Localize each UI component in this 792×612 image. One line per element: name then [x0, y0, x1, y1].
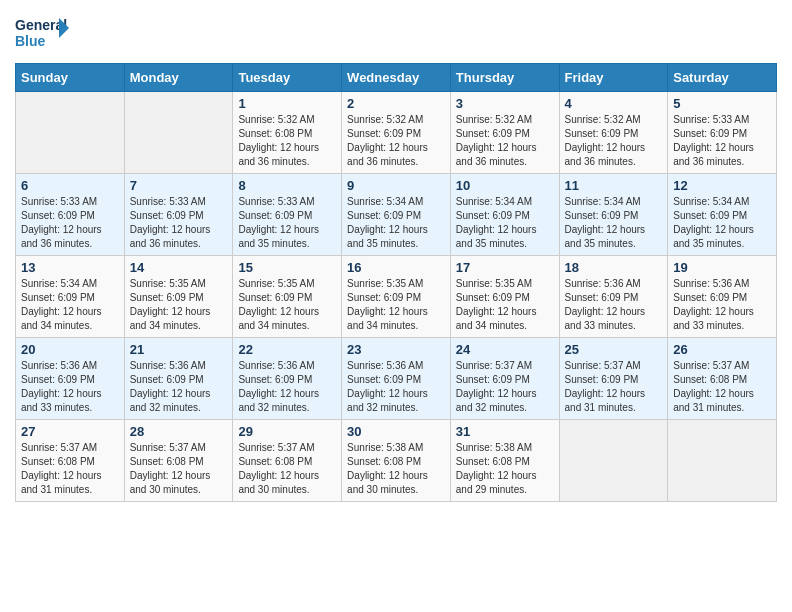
calendar-cell: 2Sunrise: 5:32 AM Sunset: 6:09 PM Daylig…	[342, 92, 451, 174]
svg-text:Blue: Blue	[15, 33, 46, 49]
day-info: Sunrise: 5:38 AM Sunset: 6:08 PM Dayligh…	[347, 441, 445, 497]
calendar-cell: 25Sunrise: 5:37 AM Sunset: 6:09 PM Dayli…	[559, 338, 668, 420]
day-number: 11	[565, 178, 663, 193]
day-info: Sunrise: 5:37 AM Sunset: 6:09 PM Dayligh…	[565, 359, 663, 415]
calendar-week-3: 13Sunrise: 5:34 AM Sunset: 6:09 PM Dayli…	[16, 256, 777, 338]
weekday-header-wednesday: Wednesday	[342, 64, 451, 92]
day-info: Sunrise: 5:33 AM Sunset: 6:09 PM Dayligh…	[21, 195, 119, 251]
day-number: 13	[21, 260, 119, 275]
calendar-cell: 24Sunrise: 5:37 AM Sunset: 6:09 PM Dayli…	[450, 338, 559, 420]
calendar-cell: 7Sunrise: 5:33 AM Sunset: 6:09 PM Daylig…	[124, 174, 233, 256]
calendar-cell: 27Sunrise: 5:37 AM Sunset: 6:08 PM Dayli…	[16, 420, 125, 502]
day-number: 6	[21, 178, 119, 193]
weekday-row: SundayMondayTuesdayWednesdayThursdayFrid…	[16, 64, 777, 92]
day-number: 31	[456, 424, 554, 439]
day-info: Sunrise: 5:37 AM Sunset: 6:08 PM Dayligh…	[130, 441, 228, 497]
calendar-cell: 8Sunrise: 5:33 AM Sunset: 6:09 PM Daylig…	[233, 174, 342, 256]
calendar-cell: 17Sunrise: 5:35 AM Sunset: 6:09 PM Dayli…	[450, 256, 559, 338]
day-number: 16	[347, 260, 445, 275]
day-info: Sunrise: 5:36 AM Sunset: 6:09 PM Dayligh…	[21, 359, 119, 415]
day-number: 26	[673, 342, 771, 357]
day-info: Sunrise: 5:36 AM Sunset: 6:09 PM Dayligh…	[673, 277, 771, 333]
calendar-cell: 20Sunrise: 5:36 AM Sunset: 6:09 PM Dayli…	[16, 338, 125, 420]
calendar-cell: 4Sunrise: 5:32 AM Sunset: 6:09 PM Daylig…	[559, 92, 668, 174]
day-info: Sunrise: 5:32 AM Sunset: 6:09 PM Dayligh…	[347, 113, 445, 169]
calendar-cell	[668, 420, 777, 502]
day-info: Sunrise: 5:35 AM Sunset: 6:09 PM Dayligh…	[347, 277, 445, 333]
logo-svg: General Blue	[15, 10, 70, 55]
day-info: Sunrise: 5:32 AM Sunset: 6:09 PM Dayligh…	[456, 113, 554, 169]
day-number: 3	[456, 96, 554, 111]
calendar-cell: 15Sunrise: 5:35 AM Sunset: 6:09 PM Dayli…	[233, 256, 342, 338]
day-number: 20	[21, 342, 119, 357]
day-info: Sunrise: 5:37 AM Sunset: 6:08 PM Dayligh…	[238, 441, 336, 497]
day-info: Sunrise: 5:37 AM Sunset: 6:08 PM Dayligh…	[673, 359, 771, 415]
day-info: Sunrise: 5:36 AM Sunset: 6:09 PM Dayligh…	[347, 359, 445, 415]
calendar-cell: 26Sunrise: 5:37 AM Sunset: 6:08 PM Dayli…	[668, 338, 777, 420]
weekday-header-tuesday: Tuesday	[233, 64, 342, 92]
day-info: Sunrise: 5:35 AM Sunset: 6:09 PM Dayligh…	[238, 277, 336, 333]
calendar-cell: 1Sunrise: 5:32 AM Sunset: 6:08 PM Daylig…	[233, 92, 342, 174]
day-info: Sunrise: 5:32 AM Sunset: 6:09 PM Dayligh…	[565, 113, 663, 169]
day-info: Sunrise: 5:34 AM Sunset: 6:09 PM Dayligh…	[565, 195, 663, 251]
calendar-cell	[124, 92, 233, 174]
day-number: 19	[673, 260, 771, 275]
calendar-cell	[559, 420, 668, 502]
day-info: Sunrise: 5:34 AM Sunset: 6:09 PM Dayligh…	[456, 195, 554, 251]
calendar-cell	[16, 92, 125, 174]
calendar-cell: 30Sunrise: 5:38 AM Sunset: 6:08 PM Dayli…	[342, 420, 451, 502]
weekday-header-thursday: Thursday	[450, 64, 559, 92]
day-info: Sunrise: 5:37 AM Sunset: 6:08 PM Dayligh…	[21, 441, 119, 497]
day-number: 4	[565, 96, 663, 111]
day-number: 7	[130, 178, 228, 193]
weekday-header-sunday: Sunday	[16, 64, 125, 92]
day-number: 23	[347, 342, 445, 357]
calendar-cell: 13Sunrise: 5:34 AM Sunset: 6:09 PM Dayli…	[16, 256, 125, 338]
day-info: Sunrise: 5:35 AM Sunset: 6:09 PM Dayligh…	[130, 277, 228, 333]
calendar-cell: 5Sunrise: 5:33 AM Sunset: 6:09 PM Daylig…	[668, 92, 777, 174]
calendar-cell: 11Sunrise: 5:34 AM Sunset: 6:09 PM Dayli…	[559, 174, 668, 256]
day-number: 29	[238, 424, 336, 439]
calendar-cell: 23Sunrise: 5:36 AM Sunset: 6:09 PM Dayli…	[342, 338, 451, 420]
calendar-cell: 16Sunrise: 5:35 AM Sunset: 6:09 PM Dayli…	[342, 256, 451, 338]
day-number: 27	[21, 424, 119, 439]
day-number: 5	[673, 96, 771, 111]
calendar-week-5: 27Sunrise: 5:37 AM Sunset: 6:08 PM Dayli…	[16, 420, 777, 502]
calendar-cell: 3Sunrise: 5:32 AM Sunset: 6:09 PM Daylig…	[450, 92, 559, 174]
calendar-cell: 28Sunrise: 5:37 AM Sunset: 6:08 PM Dayli…	[124, 420, 233, 502]
day-number: 9	[347, 178, 445, 193]
calendar-header: SundayMondayTuesdayWednesdayThursdayFrid…	[16, 64, 777, 92]
day-number: 28	[130, 424, 228, 439]
day-info: Sunrise: 5:33 AM Sunset: 6:09 PM Dayligh…	[130, 195, 228, 251]
day-number: 2	[347, 96, 445, 111]
day-number: 14	[130, 260, 228, 275]
day-number: 30	[347, 424, 445, 439]
day-number: 1	[238, 96, 336, 111]
calendar-table: SundayMondayTuesdayWednesdayThursdayFrid…	[15, 63, 777, 502]
header: General Blue	[15, 10, 777, 55]
weekday-header-monday: Monday	[124, 64, 233, 92]
day-info: Sunrise: 5:34 AM Sunset: 6:09 PM Dayligh…	[673, 195, 771, 251]
day-number: 10	[456, 178, 554, 193]
weekday-header-saturday: Saturday	[668, 64, 777, 92]
day-number: 17	[456, 260, 554, 275]
day-info: Sunrise: 5:37 AM Sunset: 6:09 PM Dayligh…	[456, 359, 554, 415]
day-number: 12	[673, 178, 771, 193]
day-info: Sunrise: 5:36 AM Sunset: 6:09 PM Dayligh…	[565, 277, 663, 333]
day-info: Sunrise: 5:32 AM Sunset: 6:08 PM Dayligh…	[238, 113, 336, 169]
calendar-cell: 12Sunrise: 5:34 AM Sunset: 6:09 PM Dayli…	[668, 174, 777, 256]
weekday-header-friday: Friday	[559, 64, 668, 92]
day-info: Sunrise: 5:33 AM Sunset: 6:09 PM Dayligh…	[238, 195, 336, 251]
day-number: 25	[565, 342, 663, 357]
day-number: 15	[238, 260, 336, 275]
day-info: Sunrise: 5:38 AM Sunset: 6:08 PM Dayligh…	[456, 441, 554, 497]
calendar-cell: 14Sunrise: 5:35 AM Sunset: 6:09 PM Dayli…	[124, 256, 233, 338]
calendar-cell: 19Sunrise: 5:36 AM Sunset: 6:09 PM Dayli…	[668, 256, 777, 338]
calendar-body: 1Sunrise: 5:32 AM Sunset: 6:08 PM Daylig…	[16, 92, 777, 502]
day-info: Sunrise: 5:33 AM Sunset: 6:09 PM Dayligh…	[673, 113, 771, 169]
day-info: Sunrise: 5:35 AM Sunset: 6:09 PM Dayligh…	[456, 277, 554, 333]
day-number: 18	[565, 260, 663, 275]
day-number: 24	[456, 342, 554, 357]
day-number: 8	[238, 178, 336, 193]
page-container: General Blue SundayMondayTuesdayWednesda…	[0, 0, 792, 512]
